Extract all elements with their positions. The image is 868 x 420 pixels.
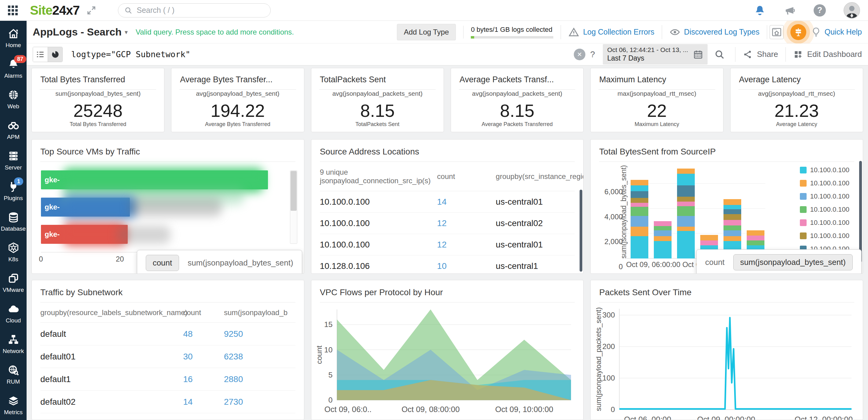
table-scrollbar[interactable]	[580, 190, 582, 272]
metric-option-sum[interactable]: sum(jsonpayload_bytes_sent)	[188, 258, 293, 268]
card-metric-expression: avg(jsonpayload_rtt_msec)	[758, 90, 835, 97]
global-search-input[interactable]	[136, 6, 264, 15]
y-axis-tick: 0	[619, 262, 623, 271]
edit-dashboard-button[interactable]: Edit Dashboard	[793, 50, 862, 59]
discovered-log-types-link[interactable]: Discovered Log Types	[670, 27, 760, 38]
lightbulb-icon	[811, 27, 822, 38]
add-log-type-button[interactable]: Add Log Type	[397, 24, 456, 40]
clear-query-icon[interactable]: ✕	[574, 49, 585, 60]
sidebar-item-k8s[interactable]: K8s	[0, 242, 27, 263]
run-search-icon[interactable]	[714, 49, 725, 60]
table-row[interactable]: default489250	[40, 323, 296, 345]
cell-value[interactable]: 2880	[224, 374, 296, 384]
table-header-row: groupby(resource_labels_subnetwork_name)…	[40, 303, 296, 323]
list-view-icon[interactable]	[33, 47, 48, 62]
title-dropdown-caret-icon[interactable]: ▾	[125, 28, 128, 36]
chart-view-icon[interactable]	[48, 47, 62, 62]
metric-option-count[interactable]: count	[146, 255, 179, 271]
svg-text:0: 0	[328, 396, 333, 404]
bar-segment	[677, 197, 695, 202]
legend-item[interactable]: 10.100.0.100	[800, 166, 849, 174]
stacked-bar[interactable]	[677, 169, 695, 258]
y-axis-tick: 4,000	[604, 213, 623, 221]
query-bar: logtype="GCP Subnetwork" ✕ ? Oct 06, 12:…	[27, 44, 868, 65]
cell-value[interactable]: 2730	[224, 397, 296, 407]
svg-text:Oct 09, 00:00:00: Oct 09, 00:00:00	[697, 415, 755, 420]
sidebar-item-server[interactable]: Server	[0, 150, 27, 171]
legend-item[interactable]: 10.100.0.100	[800, 179, 849, 187]
stacked-bar[interactable]	[654, 221, 672, 258]
user-avatar[interactable]	[843, 2, 860, 19]
query-input[interactable]: logtype="GCP Subnetwork"	[71, 50, 190, 59]
sidebar-item-metrics[interactable]: Metrics	[0, 395, 27, 416]
cell-value[interactable]: us-central01	[496, 197, 575, 207]
cell-value[interactable]: 10	[437, 261, 496, 271]
legend-item[interactable]: 10.100.0.100	[800, 192, 849, 200]
apps-grid-icon[interactable]	[8, 5, 18, 15]
metric-option-count[interactable]: count	[705, 258, 725, 267]
cell-value[interactable]: 30	[183, 352, 224, 362]
legend-item[interactable]: 10.100.0.100	[800, 205, 849, 214]
card-footer-label: Total Bytes Transferred	[32, 121, 164, 132]
cell-value[interactable]: us-central01	[496, 240, 575, 250]
cell-key: default	[40, 329, 183, 339]
cell-value[interactable]: us-central02	[496, 218, 575, 228]
cell-value[interactable]: 14	[437, 197, 496, 207]
cell-value[interactable]: 14	[183, 397, 224, 407]
cell-value[interactable]: 12	[437, 240, 496, 250]
cell-value[interactable]: 6238	[224, 352, 296, 362]
table-row[interactable]: 10.100.0.10012us-central02	[320, 213, 575, 234]
share-button[interactable]: Share	[743, 50, 778, 59]
cloud-icon	[7, 303, 20, 315]
cell-value[interactable]: 12	[437, 218, 496, 228]
legend-item[interactable]: 10.100.0.100	[800, 219, 849, 227]
sidebar-item-apm[interactable]: APM	[0, 119, 27, 140]
chart-scrollbar[interactable]	[859, 161, 862, 262]
cell-value[interactable]: 9250	[224, 329, 296, 339]
stacked-bar[interactable]	[630, 180, 648, 258]
quick-help-link[interactable]: Quick Help	[825, 28, 862, 36]
chart-scrollbar[interactable]	[290, 170, 297, 244]
browser-home-icon[interactable]	[770, 25, 784, 39]
guided-tour-signpost-icon[interactable]	[790, 24, 806, 40]
sidebar-item-vmware[interactable]: VMware	[0, 272, 27, 293]
sidebar-item-rum[interactable]: RUM	[0, 364, 27, 385]
table-row[interactable]: default1162880	[40, 368, 296, 391]
cell-value[interactable]: us-central1	[496, 261, 575, 271]
help-icon[interactable]: ?	[814, 4, 826, 17]
date-range-picker[interactable]: Oct 06, 12:44:21 - Oct 13, ... Last 7 Da…	[603, 44, 708, 64]
bar-segment	[677, 174, 695, 186]
sidebar-item-database[interactable]: Database	[0, 211, 27, 232]
table-row[interactable]: default11122100	[40, 413, 296, 420]
metric-option-sum[interactable]: sum(jsonpayload_bytes_sent)	[733, 254, 853, 271]
query-help-icon[interactable]: ?	[590, 50, 595, 59]
table-row[interactable]: default02142730	[40, 391, 296, 413]
scrollbar-thumb[interactable]	[290, 171, 297, 211]
bar-segment	[723, 214, 741, 220]
table-row[interactable]: default01306238	[40, 345, 296, 368]
bar-segment	[700, 235, 718, 241]
announcements-megaphone-icon[interactable]	[784, 4, 796, 17]
sidebar-item-plugins[interactable]: Plugins1	[0, 180, 27, 202]
sidebar-item-label: Web	[7, 103, 19, 110]
sidebar-item-network[interactable]: Network	[0, 333, 27, 355]
log-collection-errors-link[interactable]: Log Collection Errors	[568, 27, 654, 38]
cell-value[interactable]: 16	[183, 374, 224, 384]
sidebar-item-home[interactable]: Home	[0, 28, 27, 49]
sidebar-item-web[interactable]: Web	[0, 89, 27, 110]
table-row[interactable]: 10.100.0.10014us-central01	[320, 191, 575, 213]
table-row[interactable]: 10.128.0.10610us-central1	[320, 255, 575, 274]
legend-item[interactable]: 10.100.0.100	[800, 232, 849, 240]
database-icon	[7, 211, 20, 223]
sidebar-item-alarms[interactable]: Alarms87	[0, 58, 27, 79]
y-axis-tick: 6,000	[604, 188, 623, 196]
table-row[interactable]: 10.100.0.10012us-central01	[320, 234, 575, 255]
notifications-bell-icon[interactable]	[754, 4, 766, 17]
fullscreen-expand-icon[interactable]	[86, 5, 97, 16]
cell-value[interactable]: 48	[183, 329, 224, 339]
global-search	[118, 3, 271, 18]
cell-key: 10.100.0.100	[320, 218, 437, 228]
sidebar-item-cloud[interactable]: Cloud	[0, 303, 27, 324]
cell-key: 10.100.0.100	[320, 240, 437, 250]
bar-segment	[654, 241, 672, 258]
